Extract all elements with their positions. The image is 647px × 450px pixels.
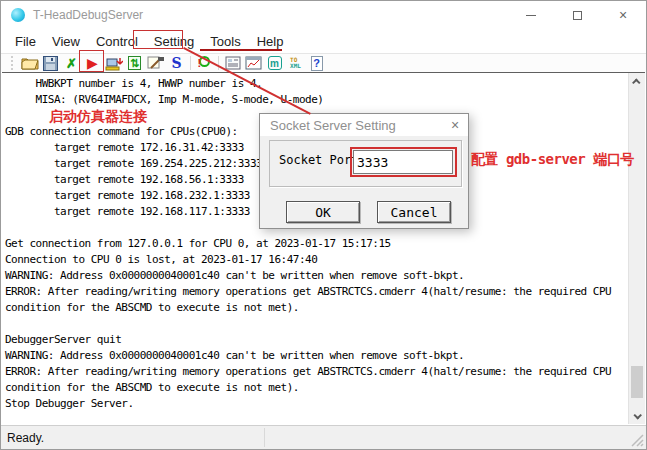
xml-icon-bottom: XML [290,63,301,69]
chart-window-button[interactable] [243,54,264,72]
xml-button[interactable]: TO XML [285,54,306,72]
console-line: ERROR: After reading/writing memory oper… [5,364,628,380]
toolbar-grip [11,56,14,70]
console-line: WARNING: Address 0x0000000040001c40 can'… [5,268,628,284]
console-line: condition for the ABSCMD to execute is n… [5,300,628,316]
socket-server-setting-dialog: Socket Server Setting × Socket Port: OK … [259,113,469,229]
memory-icon: m [268,56,282,70]
scroll-down-button[interactable] [629,407,645,424]
build-icon [147,56,165,71]
status-text: Ready. [1,431,44,445]
dollar-button[interactable]: S [166,54,187,72]
console-line: DebuggerServer quit [5,332,628,348]
save-button[interactable] [40,54,61,72]
toolbar-separator [190,56,191,70]
minimize-button[interactable] [508,1,554,29]
menu-bar: File View Control Setting Tools Help [1,29,646,54]
form-button[interactable] [222,54,243,72]
build-button[interactable] [145,54,166,72]
window-controls: × [508,1,646,29]
console-line: WARNING: Address 0x0000000040001c40 can'… [5,348,628,364]
menu-file[interactable]: File [7,31,44,52]
console-line: ERROR: After reading/writing memory oper… [5,284,628,300]
maximize-button[interactable] [554,1,600,29]
chevron-down-icon [633,411,641,419]
memory-button[interactable]: m [264,54,285,72]
dialog-close-button[interactable]: × [442,117,468,133]
download-icon [105,55,123,71]
dialog-title: Socket Server Setting [270,118,396,133]
status-divider [264,428,265,447]
help-icon: ? [311,56,323,71]
connect-button[interactable]: ! [194,54,215,72]
toolbar: ✗ ▶ ⇅ S ! m TO XML ? [1,54,646,72]
dollar-icon: S [171,56,181,70]
run-button[interactable]: ▶ [82,54,103,72]
menu-view[interactable]: View [44,31,88,52]
maximize-icon [573,11,582,20]
minimize-icon [526,15,536,16]
socket-port-input[interactable] [353,150,453,174]
connect-bang: ! [198,57,202,69]
console-line: Stop Debugger Server. [5,396,628,412]
connect-icon: ! [197,55,213,71]
reset-icon: ⇅ [128,56,141,70]
vertical-scrollbar[interactable] [628,73,645,424]
title-bar: T-HeadDebugServer × [1,1,646,29]
console-line: MISA: (RV64IMAFDCX, Imp M-mode, S-mode, … [5,92,628,108]
menu-tools[interactable]: Tools [202,31,248,52]
window-title: T-HeadDebugServer [33,8,143,22]
save-icon [43,56,58,71]
console-line: condition for the ABSCMD to execute is n… [5,380,628,396]
toolbar-separator [218,56,219,70]
console-line: HWBKPT number is 4, HWWP number is 4. [5,76,628,92]
console-line: Connection to CPU 0 is lost, at 2023-01-… [5,252,628,268]
help-button[interactable]: ? [306,54,327,72]
chevron-up-icon [632,78,640,86]
console-line [5,316,628,332]
menu-control[interactable]: Control [88,31,146,52]
resize-grip[interactable] [631,434,644,447]
ok-button[interactable]: OK [286,201,360,223]
console-line: Get connection from 127.0.0.1 for CPU 0,… [5,236,628,252]
clear-button[interactable]: ✗ [61,54,82,72]
chart-window-icon [245,56,262,70]
reset-button[interactable]: ⇅ [124,54,145,72]
close-icon: × [619,8,627,22]
scrollbar-thumb[interactable] [631,366,643,398]
app-window: T-HeadDebugServer × File View Control Se… [0,0,647,450]
download-button[interactable] [103,54,124,72]
menu-help[interactable]: Help [249,31,292,52]
run-icon: ▶ [87,56,98,70]
dialog-title-bar[interactable]: Socket Server Setting × [260,114,468,136]
close-button[interactable]: × [600,1,646,29]
scroll-up-button[interactable] [629,73,645,90]
status-bar: Ready. [1,425,646,449]
menu-setting[interactable]: Setting [146,31,202,52]
open-button[interactable] [19,54,40,72]
open-folder-icon [21,56,39,70]
clear-icon: ✗ [66,57,77,70]
form-icon [225,56,241,70]
app-icon [11,8,25,22]
xml-icon: TO XML [290,57,301,69]
cancel-button[interactable]: Cancel [377,201,451,223]
